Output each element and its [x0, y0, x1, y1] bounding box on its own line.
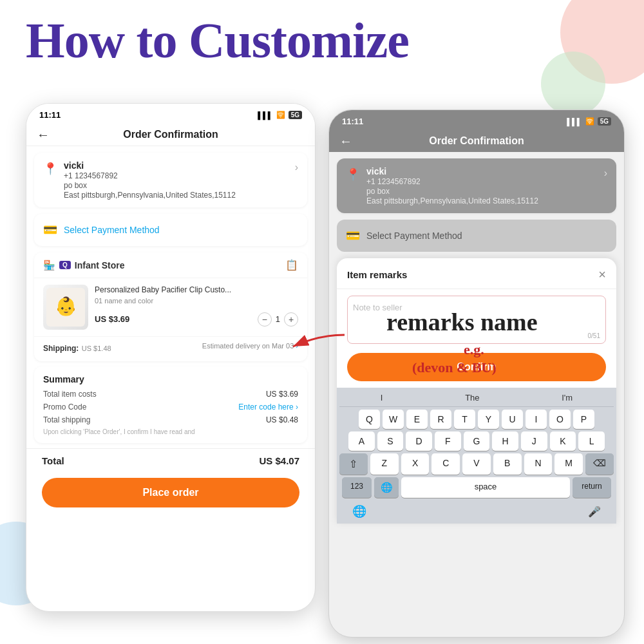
address-chevron-r: › [604, 167, 607, 179]
page-title-right: Order Confirmation [429, 135, 524, 147]
key-J[interactable]: J [521, 431, 547, 451]
payment-section-right[interactable]: 💳 Select Payment Method [337, 220, 616, 252]
key-Y[interactable]: Y [478, 410, 499, 429]
address-chevron: › [295, 162, 298, 173]
total-value: US $4.07 [259, 455, 299, 466]
key-return[interactable]: return [573, 477, 611, 498]
product-price: US $3.69 [95, 314, 129, 324]
summary-item-costs: Total item costs US $3.69 [43, 390, 298, 399]
signal-icon: ▌▌▌ [258, 111, 272, 119]
payment-section-left[interactable]: 💳 Select Payment Method [34, 214, 307, 246]
key-S[interactable]: S [377, 431, 404, 451]
qty-minus[interactable]: − [258, 312, 272, 327]
time-right: 11:11 [342, 117, 363, 126]
key-D[interactable]: D [406, 431, 432, 451]
globe-icon[interactable]: 🌐 [374, 477, 399, 498]
payment-icon-r: 💳 [346, 229, 360, 243]
key-numbers[interactable]: 123 [342, 477, 372, 498]
key-A[interactable]: A [348, 431, 375, 451]
summary-section: Summary Total item costs US $3.69 Promo … [34, 366, 307, 443]
product-row: 👶 Personalized Baby Pacifier Clip Custo.… [34, 278, 307, 336]
store-badge: Q [59, 261, 71, 269]
key-C[interactable]: C [431, 453, 460, 475]
promo-chevron: › [296, 402, 298, 412]
promo-label: Promo Code [43, 402, 86, 412]
key-M[interactable]: M [554, 453, 583, 475]
key-R[interactable]: R [430, 410, 451, 429]
key-row-1: Q W E R T Y U I O P [339, 410, 614, 429]
remarks-popup: Item remarks × Note to seller 0/51 Confi… [337, 258, 616, 524]
key-B[interactable]: B [493, 453, 522, 475]
mic-icon: 🎤 [588, 506, 601, 518]
status-icons-left: ▌▌▌ 🛜 5G [258, 111, 302, 119]
address-box-r: po box [366, 187, 598, 196]
product-info: Personalized Baby Pacifier Clip Custo...… [95, 285, 298, 327]
key-I[interactable]: I [526, 410, 547, 429]
store-section: 🏪 Q Infant Store 📋 👶 Personalized Baby P… [34, 252, 307, 361]
suggestion-I[interactable]: I [381, 393, 383, 402]
page-title-left: Order Confirmation [123, 129, 218, 140]
key-F[interactable]: F [435, 431, 461, 451]
back-arrow-left[interactable]: ← [37, 128, 50, 142]
key-K[interactable]: K [550, 431, 576, 451]
address-section-right[interactable]: 📍 vicki +1 1234567892 po box East pittsb… [337, 158, 616, 213]
total-label: Total [42, 455, 64, 466]
annotation-eg: e.g. [464, 341, 484, 358]
address-box: po box [64, 181, 289, 190]
summary-promo[interactable]: Promo Code Enter code here › [43, 402, 298, 412]
wifi-icon-r: 🛜 [585, 117, 594, 126]
key-H[interactable]: H [492, 431, 518, 451]
key-N[interactable]: N [524, 453, 553, 475]
key-O[interactable]: O [549, 410, 571, 429]
note-icon[interactable]: 📋 [285, 259, 298, 271]
status-bar-left: 11:11 ▌▌▌ 🛜 5G [26, 104, 315, 124]
key-W[interactable]: W [383, 410, 404, 429]
address-name-r: vicki [366, 166, 598, 176]
key-Q[interactable]: Q [359, 410, 380, 429]
svg-text:👶: 👶 [55, 296, 77, 317]
key-T[interactable]: T [454, 410, 475, 429]
key-G[interactable]: G [464, 431, 490, 451]
key-shift[interactable]: ⇧ [339, 453, 368, 475]
header-bar-left: ← Order Confirmation [26, 124, 315, 146]
key-Z[interactable]: Z [370, 453, 399, 475]
disclaimer: Upon clicking 'Place Order', I confirm I… [43, 428, 298, 435]
key-E[interactable]: E [406, 410, 428, 429]
product-variant: 01 name and color [95, 297, 298, 305]
summary-shipping: Total shipping US $0.48 [43, 415, 298, 424]
close-icon[interactable]: × [598, 267, 606, 282]
red-arrow [280, 328, 357, 361]
address-name: vicki [64, 160, 289, 171]
key-delete[interactable]: ⌫ [585, 453, 614, 475]
qty-number: 1 [276, 314, 280, 324]
key-L[interactable]: L [578, 431, 605, 451]
bottom-row: 🌐 🎤 [339, 502, 614, 524]
signal-icon-r: ▌▌▌ [567, 118, 582, 126]
location-icon-r: 📍 [346, 167, 360, 182]
key-U[interactable]: U [502, 410, 523, 429]
key-P[interactable]: P [573, 410, 594, 429]
place-order-button[interactable]: Place order [42, 478, 299, 507]
item-costs-value: US $3.69 [266, 390, 298, 399]
location-icon: 📍 [43, 162, 57, 176]
address-content-r: vicki +1 1234567892 po box East pittsbur… [366, 166, 598, 205]
key-row-bottom: 123 🌐 space return [339, 477, 614, 502]
key-V[interactable]: V [462, 453, 491, 475]
total-row: Total US $4.07 [26, 448, 315, 473]
suggestion-Im[interactable]: I'm [562, 393, 573, 402]
qty-plus[interactable]: + [284, 312, 298, 327]
back-arrow-right[interactable]: ← [339, 134, 352, 149]
product-name: Personalized Baby Pacifier Clip Custo... [95, 285, 298, 296]
header-bar-right: ← Order Confirmation [329, 130, 624, 152]
suggestion-The[interactable]: The [465, 393, 479, 402]
store-header: 🏪 Q Infant Store 📋 [34, 252, 307, 278]
char-count: 0/51 [588, 332, 600, 339]
item-costs-label: Total item costs [43, 390, 97, 399]
address-section-left[interactable]: 📍 vicki +1 1234567892 po box East pittsb… [34, 153, 307, 207]
shipping-total-value: US $0.48 [266, 415, 298, 424]
key-X[interactable]: X [401, 453, 430, 475]
address-phone: +1 1234567892 [64, 171, 289, 180]
store-icon: 🏪 [43, 260, 55, 271]
payment-label-r: Select Payment Method [366, 231, 462, 241]
key-space[interactable]: space [401, 477, 570, 498]
